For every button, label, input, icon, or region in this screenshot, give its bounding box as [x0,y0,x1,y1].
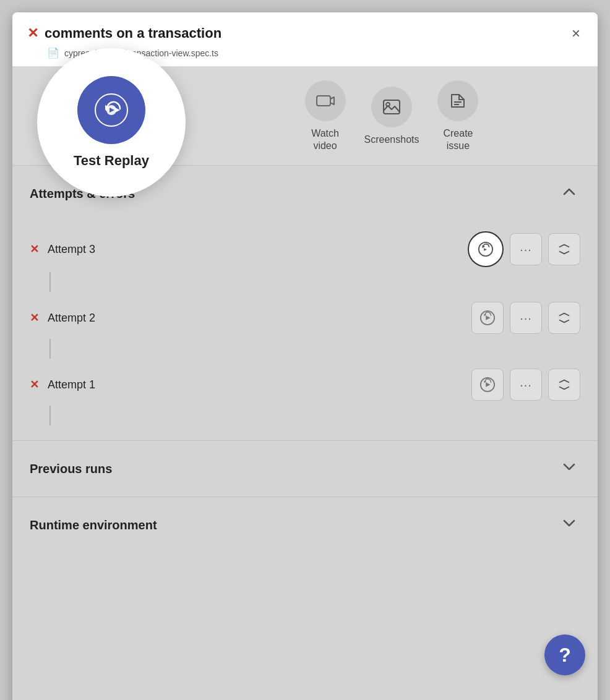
screenshots-icon-circle [371,87,412,127]
replay-icon [94,93,129,127]
svg-marker-18 [486,382,490,386]
attempt-3-replay-icon [478,241,494,257]
screenshots-label: Screenshots [364,134,419,145]
previous-runs-chevron-button[interactable] [558,456,580,482]
title-left: ✕ comments on a transaction [27,25,221,41]
attempt-1-expand-button[interactable] [548,369,580,401]
attempt-2-divider [49,339,51,359]
close-button[interactable]: × [569,23,583,43]
attempt-1-more-button[interactable]: ··· [510,369,542,401]
attempt-3-fail-icon: ✕ [30,242,39,256]
actions-right: Watchvideo Screenshots [305,80,479,151]
create-issue-action[interactable]: Createissue [437,80,478,151]
runtime-section-header[interactable]: Runtime environment [12,497,598,553]
attempt-2-fail-icon: ✕ [30,311,39,325]
attempt-2-more-button[interactable]: ··· [510,302,542,334]
attempt-2-left: ✕ Attempt 2 [30,311,95,325]
watch-video-action[interactable]: Watchvideo [305,80,346,151]
attempt-3-expand-button[interactable] [548,233,580,265]
issue-icon [448,91,468,111]
attempt-3-label: Attempt 3 [48,243,95,256]
previous-runs-header[interactable]: Previous runs [12,441,598,497]
actions-bar: Test Replay Watchvideo [12,67,598,166]
attempt-2-row: ✕ Attempt 2 ··· [30,292,580,339]
attempt-1-actions: ··· [471,369,580,401]
modal-container: ✕ comments on a transaction × 📄 cypress/… [12,12,598,700]
expand-icon [556,241,572,257]
create-issue-label: Createissue [443,127,473,151]
attempt-1-replay-button[interactable] [471,369,504,401]
test-replay-spotlight[interactable]: Test Replay [37,48,186,197]
attempt-1-fail-icon: ✕ [30,378,39,391]
more-dots-icon: ··· [520,242,532,257]
attempt-2-expand-button[interactable] [548,302,580,334]
runtime-section-title: Runtime environment [30,518,157,532]
runtime-chevron-button[interactable] [558,512,580,538]
help-fab-button[interactable]: ? [544,634,585,675]
attempts-section: Attempts & errors ✕ Attempt 3 [12,166,598,441]
svg-rect-5 [317,96,330,106]
attempt-1-row: ✕ Attempt 1 ··· [30,359,580,406]
chevron-up-icon [561,183,578,200]
svg-marker-13 [484,248,487,251]
attempt-3-divider [49,272,51,292]
more-dots-2-icon: ··· [520,311,532,325]
fail-icon: ✕ [27,25,38,41]
attempt-3-more-button[interactable]: ··· [510,233,542,265]
attempt-3-actions: ··· [468,231,580,267]
screenshots-action[interactable]: Screenshots [364,87,419,145]
svg-rect-6 [384,100,400,114]
file-icon: 📄 [47,47,59,59]
runtime-section: Runtime environment [12,497,598,553]
watch-video-icon-circle [305,80,346,121]
expand-3-icon [556,377,572,393]
test-replay-circle [77,76,145,144]
attempt-1-label: Attempt 1 [48,378,95,391]
attempts-section-content: ✕ Attempt 3 ··· [12,221,598,440]
attempt-1-replay-icon [479,377,496,393]
attempt-1-left: ✕ Attempt 1 [30,378,95,391]
video-icon [316,91,335,111]
modal-title: comments on a transaction [45,25,221,41]
attempt-2-replay-button[interactable] [471,302,504,334]
title-row: ✕ comments on a transaction × [27,23,583,43]
attempt-1-divider [49,406,51,425]
watch-video-label: Watchvideo [311,127,339,151]
attempt-3-row: ✕ Attempt 3 ··· [30,221,580,272]
previous-runs-section: Previous runs [12,441,598,497]
create-issue-icon-circle [437,80,478,121]
previous-runs-title: Previous runs [30,462,112,476]
runtime-chevron-down-icon [561,514,578,532]
expand-2-icon [556,310,572,326]
image-icon [382,97,402,117]
chevron-down-icon [561,458,578,476]
svg-marker-15 [486,315,490,320]
test-replay-label: Test Replay [74,153,149,169]
attempt-3-left: ✕ Attempt 3 [30,242,95,256]
attempt-3-replay-button[interactable] [468,231,504,267]
attempt-2-replay-icon [479,310,496,326]
attempt-2-label: Attempt 2 [48,312,95,325]
attempt-2-actions: ··· [471,302,580,334]
attempts-chevron-button[interactable] [558,181,580,207]
help-label: ? [559,645,571,665]
more-dots-3-icon: ··· [520,378,532,392]
